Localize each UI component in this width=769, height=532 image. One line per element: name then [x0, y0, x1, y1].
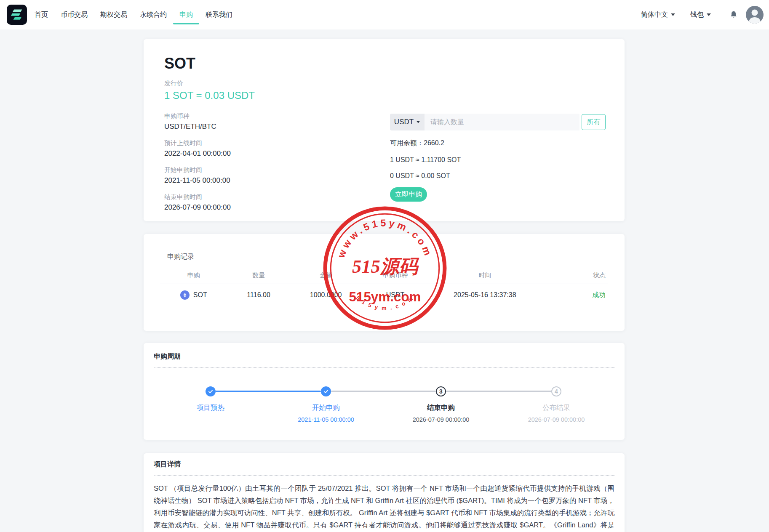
nav-item-contact[interactable]: 联系我们 — [206, 0, 232, 29]
issue-price-label: 发行价 — [164, 80, 255, 88]
row-status-badge: 成功 — [541, 291, 608, 300]
step-preheat: 项目预热 — [164, 386, 257, 412]
project-details-card: 项目详情 SOT （项目总发行量100亿）由土耳其的一个团队于 25/07/20… — [144, 453, 625, 532]
rate-line: 1 USDT ≈ 1.11700 SOT — [390, 156, 606, 164]
col-header-token: 申购 — [160, 271, 227, 279]
token-name: SOT — [164, 55, 255, 72]
row-token: SOT — [193, 291, 207, 299]
records-title: 申购记录 — [167, 253, 625, 261]
issue-price-value: 1 SOT = 0.03 USDT — [164, 90, 255, 101]
brand-logo-icon — [8, 6, 25, 23]
nav-item-options-trade[interactable]: 期权交易 — [100, 0, 127, 29]
user-avatar[interactable] — [746, 6, 764, 24]
language-label: 简体中文 — [641, 11, 668, 19]
chevron-down-icon — [707, 13, 711, 16]
step-date: 2026-07-09 00:00:00 — [528, 416, 585, 423]
step-number-circle: 4 — [551, 386, 561, 396]
subscribe-currency-value: USDT/ETH/BTC — [164, 122, 255, 131]
currency-dropdown[interactable]: USDT — [390, 114, 425, 130]
subscribe-now-button[interactable]: 立即申购 — [390, 187, 427, 202]
balance-value: 2660.2 — [424, 139, 444, 146]
page-body: SOT 发行价 1 SOT = 0.03 USDT 申购币种 USDT/ETH/… — [0, 29, 769, 532]
step-end: 3 结束申购 2026-07-09 00:00:00 — [395, 386, 487, 423]
row-currency: USDT — [362, 291, 429, 299]
cycle-stepper: 项目预热 开始申购 2021-11-05 00:00:00 3 结束申购 202… — [144, 368, 625, 427]
col-header-amount: 金额 — [290, 271, 362, 279]
currency-selected: USDT — [394, 118, 414, 126]
step-label: 结束申购 — [427, 403, 455, 412]
token-info-column: SOT 发行价 1 SOT = 0.03 USDT 申购币种 USDT/ETH/… — [164, 55, 255, 220]
balance-label: 可用余额： — [390, 139, 424, 146]
subscription-cycle-card: 申购周期 项目预热 开始申购 2 — [144, 343, 625, 440]
amount-row: USDT 所有 — [390, 114, 606, 130]
wallet-label: 钱包 — [690, 11, 704, 19]
step-label: 项目预热 — [197, 403, 224, 412]
chevron-down-icon — [671, 13, 675, 16]
nav-item-subscribe[interactable]: 申购 — [179, 0, 193, 29]
nav-item-perpetual[interactable]: 永续合约 — [140, 0, 167, 29]
step-label: 公布结果 — [542, 403, 570, 412]
start-time-value: 2021-11-05 00:00:00 — [164, 176, 255, 185]
cycle-title: 申购周期 — [154, 352, 625, 361]
check-icon — [323, 388, 329, 394]
subscribe-currency-label: 申购币种 — [164, 112, 255, 120]
records-header-row: 申购 数量 金额 申购币种 时间 状态 — [160, 271, 608, 279]
step-start: 开始申购 2021-11-05 00:00:00 — [280, 386, 372, 423]
row-amount: 1000.0000 — [290, 291, 362, 299]
main-menu: 首页 币币交易 期权交易 永续合约 申购 联系我们 — [35, 0, 232, 29]
token-cell: SOT — [160, 290, 227, 300]
launch-time-label: 预计上线时间 — [164, 139, 255, 147]
chevron-down-icon — [417, 121, 420, 123]
end-time-label: 结束申购时间 — [164, 193, 255, 201]
amount-input[interactable] — [425, 114, 579, 130]
balance-line: 可用余额：2660.2 — [390, 139, 606, 148]
step-date: 2026-07-09 00:00:00 — [413, 416, 470, 423]
top-nav: 首页 币币交易 期权交易 永续合约 申购 联系我们 简体中文 钱包 — [0, 0, 769, 29]
row-time: 2025-05-16 13:37:38 — [429, 291, 541, 299]
nav-right-cluster: 简体中文 钱包 — [641, 6, 764, 24]
nav-item-spot-trade[interactable]: 币币交易 — [61, 0, 88, 29]
check-icon — [208, 388, 214, 394]
step-announce: 4 公布结果 2026-07-09 00:00:00 — [510, 386, 603, 423]
step-label: 开始申购 — [312, 403, 340, 412]
subscription-form: USDT 所有 可用余额：2660.2 1 USDT ≈ 1.11700 SOT… — [390, 114, 606, 202]
convert-line: 0 USDT ≈ 0.00 SOT — [390, 172, 606, 180]
nav-item-home[interactable]: 首页 — [35, 0, 48, 29]
token-subscription-card: SOT 发行价 1 SOT = 0.03 USDT 申购币种 USDT/ETH/… — [144, 39, 625, 221]
all-button[interactable]: 所有 — [582, 114, 606, 130]
notification-bell-icon[interactable] — [729, 10, 738, 19]
language-selector[interactable]: 简体中文 — [641, 11, 675, 19]
brand-logo[interactable] — [7, 5, 27, 25]
row-quantity: 1116.00 — [227, 291, 290, 299]
dotted-divider — [154, 475, 614, 476]
step-date: 2021-11-05 00:00:00 — [298, 416, 354, 423]
col-header-currency: 申购币种 — [362, 271, 429, 279]
details-paragraph: SOT （项目总发行量100亿）由土耳其的一个团队于 25/07/2021 推出… — [154, 482, 614, 532]
details-title: 项目详情 — [154, 460, 625, 469]
col-header-time: 时间 — [429, 271, 541, 279]
wallet-menu[interactable]: 钱包 — [690, 11, 711, 19]
col-header-status: 状态 — [541, 271, 608, 279]
subscription-records-card: 申购记录 申购 数量 金额 申购币种 时间 状态 SOT — [144, 234, 625, 331]
table-row: SOT 1116.00 1000.0000 USDT 2025-05-16 13… — [160, 284, 608, 306]
eth-coin-icon — [180, 290, 190, 300]
step-number-circle: 3 — [436, 386, 446, 396]
end-time-value: 2026-07-09 00:00:00 — [164, 203, 255, 212]
start-time-label: 开始申购时间 — [164, 166, 255, 174]
step-done-circle — [321, 386, 331, 396]
launch-time-value: 2022-04-01 00:00:00 — [164, 149, 255, 158]
person-icon — [746, 6, 764, 24]
col-header-quantity: 数量 — [227, 271, 290, 279]
step-done-circle — [206, 386, 216, 396]
